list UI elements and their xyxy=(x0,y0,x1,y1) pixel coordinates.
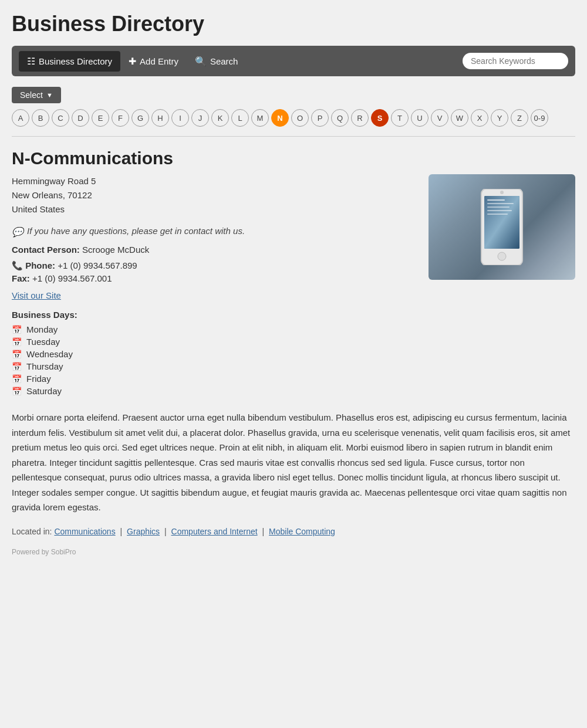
alpha-btn-t[interactable]: T xyxy=(391,109,409,127)
day-label: Thursday xyxy=(26,361,63,371)
alpha-btn-s[interactable]: S xyxy=(371,109,389,127)
nav-item-directory[interactable]: ☷ Business Directory xyxy=(19,51,120,72)
svg-point-8 xyxy=(498,252,506,260)
alpha-btn-n[interactable]: N xyxy=(271,109,289,127)
fax-label: Fax: xyxy=(12,273,30,283)
alpha-btn-0-9[interactable]: 0-9 xyxy=(531,109,548,127)
search-icon: 🔍 xyxy=(195,56,207,67)
divider xyxy=(12,136,575,137)
nav-bar: ☷ Business Directory ✚ Add Entry 🔍 Searc… xyxy=(12,46,575,76)
svg-point-9 xyxy=(500,191,504,194)
alpha-btn-p[interactable]: P xyxy=(311,109,329,127)
nav-item-search[interactable]: 🔍 Search xyxy=(187,51,247,72)
separator: | xyxy=(162,527,168,536)
alpha-btn-l[interactable]: L xyxy=(231,109,249,127)
svg-rect-3 xyxy=(487,199,505,201)
dropdown-arrow-icon: ▼ xyxy=(46,92,53,99)
alpha-btn-u[interactable]: U xyxy=(411,109,429,127)
calendar-icon: 📅 xyxy=(12,387,22,396)
category-link-2[interactable]: Computers and Internet xyxy=(171,527,258,536)
svg-rect-6 xyxy=(487,210,512,211)
comment-icon: 💬 xyxy=(12,226,23,238)
located-in-prefix: Located in: xyxy=(12,527,52,536)
day-label: Saturday xyxy=(26,386,62,396)
plus-icon: ✚ xyxy=(129,56,136,67)
phone-value: +1 (0) 9934.567.899 xyxy=(58,260,137,270)
alpha-btn-f[interactable]: F xyxy=(112,109,129,127)
alpha-btn-m[interactable]: M xyxy=(251,109,269,127)
calendar-icon: 📅 xyxy=(12,337,22,347)
fax-value: +1 (0) 9934.567.001 xyxy=(32,273,112,283)
alpha-btn-o[interactable]: O xyxy=(291,109,309,127)
svg-rect-7 xyxy=(487,214,508,215)
address-city-zip: New Orleans, 70122 xyxy=(12,188,417,202)
alpha-btn-b[interactable]: B xyxy=(32,109,49,127)
calendar-icon: 📅 xyxy=(12,350,22,359)
business-photo xyxy=(429,174,575,280)
alpha-btn-w[interactable]: W xyxy=(451,109,468,127)
categories-list: Communications | Graphics | Computers an… xyxy=(54,527,335,536)
nav-label-directory: Business Directory xyxy=(39,56,112,66)
located-in: Located in: Communications | Graphics | … xyxy=(12,527,575,536)
category-link-1[interactable]: Graphics xyxy=(127,527,160,536)
calendar-icon: 📅 xyxy=(12,325,22,334)
address-street: Hemmingway Road 5 xyxy=(12,174,417,188)
description-block: Morbi ornare porta eleifend. Praesent au… xyxy=(12,410,575,515)
alpha-btn-j[interactable]: J xyxy=(191,109,209,127)
alpha-btn-i[interactable]: I xyxy=(171,109,189,127)
visit-site-link[interactable]: Visit our Site xyxy=(12,290,417,300)
contact-person-label: Contact Person: xyxy=(12,245,80,255)
calendar-icon: 📅 xyxy=(12,362,22,371)
alpha-btn-y[interactable]: Y xyxy=(491,109,508,127)
calendar-icon: 📅 xyxy=(12,374,22,384)
alpha-btn-z[interactable]: Z xyxy=(511,109,528,127)
phone-line: 📞 Phone: +1 (0) 9934.567.899 xyxy=(12,260,417,271)
alpha-btn-h[interactable]: H xyxy=(151,109,169,127)
separator: | xyxy=(118,527,124,536)
address-block: Hemmingway Road 5 New Orleans, 70122 Uni… xyxy=(12,174,417,216)
day-item-thursday: 📅Thursday xyxy=(12,361,417,371)
search-input[interactable] xyxy=(463,53,568,69)
day-label: Wednesday xyxy=(26,349,73,359)
phone-label: Phone: xyxy=(25,260,55,270)
day-label: Monday xyxy=(26,324,58,334)
alpha-btn-g[interactable]: G xyxy=(131,109,149,127)
day-item-tuesday: 📅Tuesday xyxy=(12,337,417,347)
category-link-3[interactable]: Mobile Computing xyxy=(269,527,335,536)
nav-item-add[interactable]: ✚ Add Entry xyxy=(120,51,187,72)
contact-person: Contact Person: Scrooge McDuck xyxy=(12,245,417,255)
day-label: Friday xyxy=(26,374,51,384)
list-icon: ☷ xyxy=(27,56,35,67)
day-item-friday: 📅Friday xyxy=(12,374,417,384)
alpha-btn-a[interactable]: A xyxy=(12,109,29,127)
business-name: N-Communications xyxy=(12,148,575,168)
business-info: Hemmingway Road 5 New Orleans, 70122 Uni… xyxy=(12,174,417,398)
business-days-label: Business Days: xyxy=(12,310,417,320)
alpha-btn-r[interactable]: R xyxy=(351,109,369,127)
alpha-btn-x[interactable]: X xyxy=(471,109,488,127)
alpha-btn-e[interactable]: E xyxy=(92,109,109,127)
select-button[interactable]: Select ▼ xyxy=(12,87,61,103)
business-layout: Hemmingway Road 5 New Orleans, 70122 Uni… xyxy=(12,174,575,398)
alpha-btn-q[interactable]: Q xyxy=(331,109,349,127)
phone-image-svg xyxy=(478,189,525,265)
alphabet-row: ABCDEFGHIJKLMNOPQRSTUVWXYZ0-9 xyxy=(12,109,548,127)
photo-placeholder xyxy=(429,174,575,280)
alpha-btn-d[interactable]: D xyxy=(72,109,89,127)
category-link-0[interactable]: Communications xyxy=(54,527,115,536)
tagline-text: If you have any questions, please get in… xyxy=(27,226,245,236)
alpha-btn-k[interactable]: K xyxy=(211,109,229,127)
tagline: 💬 If you have any questions, please get … xyxy=(12,226,417,238)
day-label: Tuesday xyxy=(26,337,60,347)
select-label: Select xyxy=(20,90,43,100)
address-country: United States xyxy=(12,202,417,216)
alpha-btn-c[interactable]: C xyxy=(52,109,69,127)
day-item-wednesday: 📅Wednesday xyxy=(12,349,417,359)
page-title: Business Directory xyxy=(12,12,575,36)
days-list: 📅Monday📅Tuesday📅Wednesday📅Thursday📅Frida… xyxy=(12,324,417,396)
footer: Powered by SobiPro xyxy=(12,548,575,556)
alpha-btn-v[interactable]: V xyxy=(431,109,448,127)
svg-rect-4 xyxy=(487,203,514,204)
phone-icon: 📞 xyxy=(12,260,23,270)
svg-rect-5 xyxy=(487,206,510,208)
